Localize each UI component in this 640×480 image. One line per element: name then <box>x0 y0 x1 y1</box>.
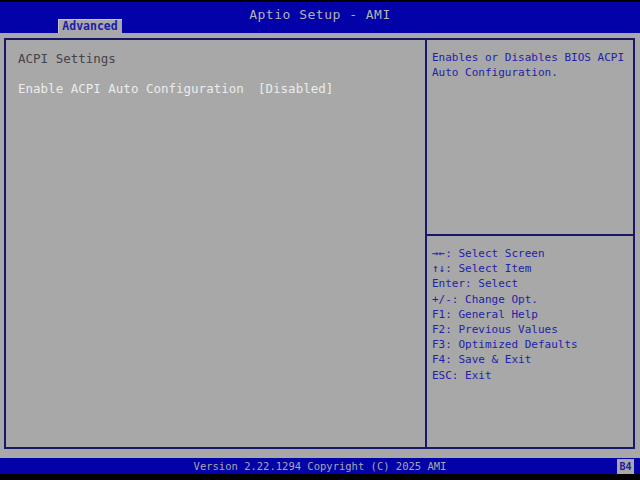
key-hint-select-screen: →←: Select Screen <box>432 246 630 261</box>
key-hint-general-help: F1: General Help <box>432 307 630 322</box>
setting-value[interactable]: [Disabled] <box>258 81 333 96</box>
help-panel: Enables or Disables BIOS ACPI Auto Confi… <box>427 40 633 447</box>
settings-panel: ACPI Settings Enable ACPI Auto Configura… <box>6 40 427 447</box>
help-description: Enables or Disables BIOS ACPI Auto Confi… <box>432 50 632 80</box>
key-hint-esc-exit: ESC: Exit <box>432 368 630 383</box>
bios-setup-screen: Aptio Setup - AMI Advanced ACPI Settings… <box>0 0 640 480</box>
version-text: Version 2.22.1294 Copyright (C) 2025 AMI <box>0 458 640 474</box>
key-hint-enter-select: Enter: Select <box>432 276 630 291</box>
key-hint-previous-values: F2: Previous Values <box>432 322 630 337</box>
tab-advanced[interactable]: Advanced <box>58 19 122 33</box>
key-hint-save-exit: F4: Save & Exit <box>432 352 630 367</box>
title-bar: Aptio Setup - AMI Advanced <box>0 2 640 33</box>
status-badge: B4 <box>617 459 634 474</box>
status-bar: Version 2.22.1294 Copyright (C) 2025 AMI… <box>0 458 640 474</box>
setting-row-acpi-auto-configuration[interactable]: Enable ACPI Auto Configuration [Disabled… <box>6 81 425 95</box>
workspace: ACPI Settings Enable ACPI Auto Configura… <box>0 33 640 458</box>
key-hint-optimized-defaults: F3: Optimized Defaults <box>432 337 630 352</box>
content-frame: ACPI Settings Enable ACPI Auto Configura… <box>4 38 635 449</box>
key-hint-select-item: ↑↓: Select Item <box>432 261 630 276</box>
section-title: ACPI Settings <box>18 51 116 66</box>
help-divider <box>427 234 633 236</box>
setting-label: Enable ACPI Auto Configuration <box>18 81 244 96</box>
key-hint-change-opt: +/-: Change Opt. <box>432 292 630 307</box>
key-hints-legend: →←: Select Screen ↑↓: Select Item Enter:… <box>432 246 630 383</box>
